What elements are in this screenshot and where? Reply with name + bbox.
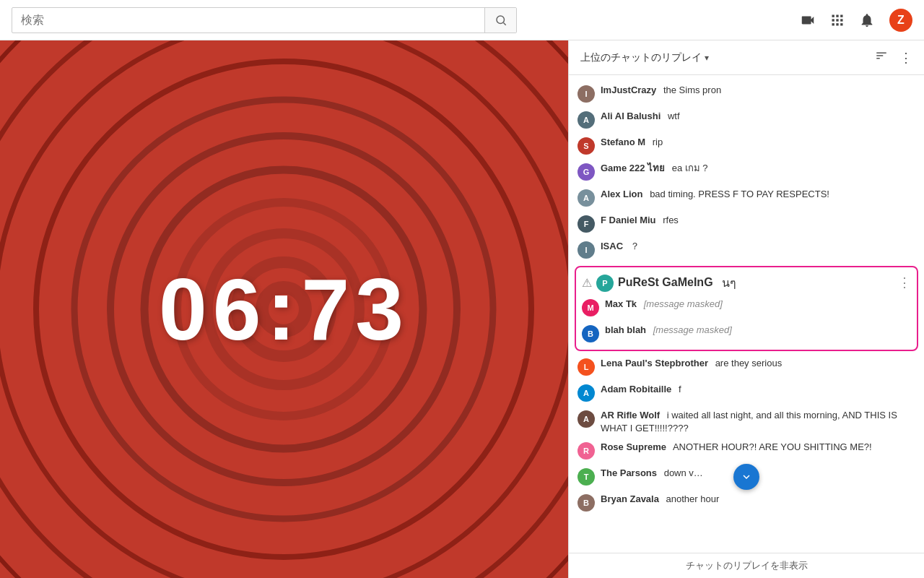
chat-message: A Adam Robitaille f — [569, 380, 924, 406]
grid-icon[interactable] — [830, 13, 845, 27]
chat-message: G Game 222 ไทย ea เกม ? — [569, 159, 924, 185]
message-username: Bryan Zavala — [601, 493, 659, 504]
group-more-options-icon[interactable]: ⋮ — [898, 275, 911, 290]
avatar: F — [578, 215, 595, 233]
message-username: Lena Paul's Stepbrother — [601, 358, 708, 368]
message-text: [message masked] — [644, 298, 723, 309]
group-header: ⚠ P PuReSt GaMeInG นๆ ⋮ — [576, 270, 917, 295]
avatar: A — [578, 384, 595, 402]
chat-header: 上位のチャットのリプレイ ▾ ⋮ — [569, 40, 924, 75]
avatar: T — [578, 468, 595, 486]
message-text: rip — [653, 137, 663, 147]
message-content: ImJustCrazy the Sims pron — [601, 84, 915, 97]
message-content: Alex Lion bad timing. PRESS F TO PAY RES… — [601, 188, 915, 201]
scroll-to-bottom-button[interactable] — [733, 464, 759, 490]
chat-group-highlighted: ⚠ P PuReSt GaMeInG นๆ ⋮ M Max Tk [messag… — [575, 266, 918, 351]
more-options-icon[interactable]: ⋮ — [899, 50, 912, 66]
svg-rect-9 — [836, 23, 838, 25]
message-username: Game 222 ไทย — [601, 163, 665, 173]
search-input[interactable] — [12, 14, 484, 27]
message-username: Adam Robitaille — [601, 384, 671, 394]
message-username: The Parsons — [601, 467, 657, 478]
message-content: Adam Robitaille f — [601, 383, 915, 396]
video-player[interactable]: 06:73 — [0, 40, 568, 578]
chevron-down-icon — [740, 470, 753, 483]
main-content: 06:73 上位のチャットのリプレイ ▾ ⋮ I Im — [0, 40, 924, 578]
chat-title-text: 上位のチャットのリプレイ — [580, 51, 702, 64]
warning-icon: ⚠ — [582, 276, 592, 290]
avatar: S — [578, 137, 595, 155]
chat-message: S Stefano M rip — [569, 133, 924, 159]
search-button[interactable] — [484, 7, 516, 33]
message-text: ？ — [630, 241, 640, 251]
chat-message: F F Daniel Miu rfes — [569, 211, 924, 237]
chat-message: I ImJustCrazy the Sims pron — [569, 81, 924, 107]
message-username: Stefano M — [601, 137, 645, 147]
avatar: R — [578, 442, 595, 460]
message-username: Max Tk — [605, 298, 637, 309]
message-text: ea เกม ? — [672, 163, 708, 173]
message-text: ANOTHER HOUR?! ARE YOU SHITTING ME?! — [673, 441, 872, 452]
message-content: Ali Al Balushi wtf — [601, 110, 915, 123]
message-username: ISAC — [601, 241, 623, 251]
chat-messages-list: I ImJustCrazy the Sims pron A Ali Al Bal… — [569, 75, 924, 553]
message-text: f — [679, 384, 681, 394]
user-avatar[interactable]: Z — [889, 9, 912, 32]
message-text: down v… — [664, 467, 703, 478]
group-main-text: นๆ — [722, 274, 736, 292]
chat-title-dropdown-arrow[interactable]: ▾ — [705, 53, 709, 63]
chat-message: I ISAC ？ — [569, 237, 924, 263]
svg-point-0 — [497, 16, 505, 24]
chat-header-actions: ⋮ — [875, 49, 912, 66]
chat-message: B blah blah [message masked] — [576, 321, 917, 347]
svg-rect-7 — [840, 19, 842, 21]
filter-icon[interactable] — [875, 49, 888, 66]
search-bar — [12, 7, 517, 33]
message-text: another hour — [666, 493, 720, 504]
avatar: G — [578, 163, 595, 181]
hide-chat-replay-button[interactable]: チャットのリプレイを非表示 — [569, 553, 924, 578]
message-text: are they serious — [715, 358, 783, 368]
chat-message: T The Parsons down v… — [569, 464, 924, 490]
message-username: F Daniel Miu — [601, 215, 656, 225]
video-camera-icon[interactable] — [800, 12, 816, 28]
message-text: wtf — [668, 111, 680, 121]
message-username: ImJustCrazy — [601, 85, 656, 95]
svg-rect-10 — [840, 23, 842, 25]
header-icons: Z — [800, 9, 912, 32]
message-content: ISAC ？ — [601, 240, 915, 253]
svg-rect-3 — [836, 14, 838, 17]
avatar: I — [578, 85, 595, 103]
message-content: Lena Paul's Stepbrother are they serious — [601, 357, 915, 370]
message-content: Max Tk [message masked] — [605, 298, 911, 311]
chat-message: L Lena Paul's Stepbrother are they serio… — [569, 354, 924, 380]
timer-display: 06:73 — [159, 259, 409, 359]
avatar: M — [582, 299, 599, 316]
chat-message: A Ali Al Balushi wtf — [569, 107, 924, 133]
svg-rect-5 — [832, 19, 834, 21]
avatar: B — [582, 325, 599, 342]
message-username: Alex Lion — [601, 189, 643, 199]
svg-line-1 — [503, 22, 505, 25]
chat-message: R Rose Supreme ANOTHER HOUR?! ARE YOU SH… — [569, 438, 924, 464]
message-username: AR Rifle Wolf — [601, 410, 660, 420]
message-content: blah blah [message masked] — [605, 324, 911, 337]
message-content: AR Rifle Wolf i waited all last night, a… — [601, 409, 915, 435]
chat-message: A AR Rifle Wolf i waited all last night,… — [569, 406, 924, 438]
avatar: A — [578, 189, 595, 207]
avatar: I — [578, 241, 595, 259]
avatar: P — [596, 275, 614, 292]
message-content: Stefano M rip — [601, 136, 915, 149]
avatar: A — [578, 410, 595, 428]
notifications-icon[interactable] — [859, 12, 875, 28]
message-text: bad timing. PRESS F TO PAY RESPECTS! — [650, 189, 829, 199]
svg-rect-4 — [840, 14, 842, 17]
avatar: B — [578, 494, 595, 512]
chat-panel: 上位のチャットのリプレイ ▾ ⋮ I ImJustCrazy the Sims … — [568, 40, 924, 578]
message-username: Rose Supreme — [601, 441, 666, 452]
chat-message: A Alex Lion bad timing. PRESS F TO PAY R… — [569, 185, 924, 211]
avatar: A — [578, 111, 595, 129]
message-content: Rose Supreme ANOTHER HOUR?! ARE YOU SHIT… — [601, 441, 915, 454]
group-main-username: PuReSt GaMeInG — [618, 276, 713, 289]
header: Z — [0, 0, 924, 40]
